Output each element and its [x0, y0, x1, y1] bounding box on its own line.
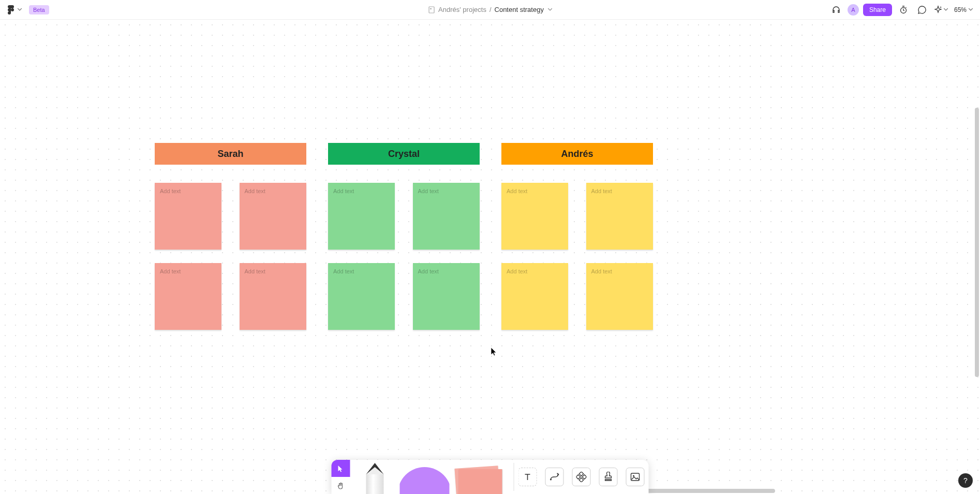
connector-icon: [550, 472, 560, 482]
sticky-note[interactable]: Add text: [501, 183, 568, 250]
svg-point-0: [11, 8, 14, 11]
stamp-tool[interactable]: [595, 460, 622, 494]
sticky-tool[interactable]: [450, 460, 514, 494]
sticky-placeholder: Add text: [418, 268, 439, 274]
svg-rect-7: [576, 475, 581, 479]
board-content: SarahAdd textAdd textAdd textAdd textCry…: [155, 143, 653, 330]
sticky-note[interactable]: Add text: [413, 263, 480, 330]
canvas[interactable]: SarahAdd textAdd textAdd textAdd textCry…: [0, 20, 980, 494]
text-icon: [523, 472, 532, 482]
section-tool[interactable]: [568, 460, 595, 494]
image-tool[interactable]: [622, 460, 649, 494]
pointer-icon: [337, 465, 345, 472]
zoom-control[interactable]: 65%: [952, 6, 975, 13]
help-button[interactable]: ?: [958, 473, 973, 488]
sticky-placeholder: Add text: [245, 268, 265, 274]
breadcrumb: Andrés' projects / Content strategy: [428, 6, 552, 13]
svg-rect-6: [579, 478, 583, 482]
sticky-placeholder: Add text: [333, 188, 354, 194]
sticky-note[interactable]: Add text: [155, 183, 221, 250]
pencil-tool[interactable]: [350, 460, 400, 494]
sticky-placeholder: Add text: [507, 188, 527, 194]
headphones-icon: [831, 5, 841, 14]
breadcrumb-parent[interactable]: Andrés' projects: [438, 6, 486, 13]
zoom-value: 65%: [954, 6, 967, 13]
sticky-note-icon: [456, 467, 501, 494]
file-menu-chevron-icon[interactable]: [548, 8, 552, 11]
figma-logo-icon: [7, 5, 14, 14]
sticky-note[interactable]: Add text: [586, 263, 653, 330]
ai-button[interactable]: [933, 3, 948, 17]
board-column: CrystalAdd textAdd textAdd textAdd text: [328, 143, 480, 330]
svg-rect-8: [582, 475, 586, 479]
sticky-note[interactable]: Add text: [501, 263, 568, 330]
beta-badge: Beta: [29, 5, 49, 14]
header-right: A Share 65%: [829, 3, 975, 17]
toolbar-pointer-group: [332, 460, 350, 494]
share-button[interactable]: Share: [863, 4, 892, 16]
svg-rect-9: [631, 473, 640, 481]
sticky-note[interactable]: Add text: [240, 263, 306, 330]
hand-tool[interactable]: [332, 477, 350, 494]
sticky-note[interactable]: Add text: [155, 263, 221, 330]
sticky-note[interactable]: Add text: [328, 183, 395, 250]
sticky-placeholder: Add text: [507, 268, 527, 274]
sticky-placeholder: Add text: [333, 268, 354, 274]
svg-rect-1: [429, 7, 434, 13]
shape-icon: [400, 467, 450, 494]
column-header[interactable]: Andrés: [501, 143, 653, 165]
sticky-note[interactable]: Add text: [240, 183, 306, 250]
main-menu-button[interactable]: [5, 3, 24, 17]
chevron-down-icon: [18, 8, 22, 11]
sticky-note[interactable]: Add text: [413, 183, 480, 250]
pencil-icon: [366, 463, 384, 494]
figjam-file-icon: [428, 6, 435, 13]
sticky-placeholder: Add text: [418, 188, 439, 194]
vertical-scrollbar[interactable]: [975, 108, 979, 377]
sticky-grid: Add textAdd textAdd textAdd text: [155, 183, 306, 330]
image-icon: [630, 472, 641, 482]
bottom-toolbar: [332, 460, 649, 494]
select-tool[interactable]: [332, 460, 350, 477]
avatar[interactable]: A: [848, 4, 859, 16]
timer-button[interactable]: [896, 3, 911, 17]
sticky-grid: Add textAdd textAdd textAdd text: [501, 183, 653, 330]
cursor-icon: [491, 347, 498, 356]
sticky-grid: Add textAdd textAdd textAdd text: [328, 183, 480, 330]
sticky-placeholder: Add text: [160, 268, 181, 274]
file-name[interactable]: Content strategy: [495, 6, 544, 13]
svg-rect-2: [430, 8, 432, 9]
sticky-note[interactable]: Add text: [328, 263, 395, 330]
timer-icon: [899, 5, 908, 14]
shape-tool[interactable]: [400, 460, 450, 494]
sticky-placeholder: Add text: [160, 188, 181, 194]
hand-icon: [337, 482, 345, 489]
diamond-grid-icon: [576, 472, 587, 482]
sparkle-icon: [933, 5, 943, 14]
column-header[interactable]: Sarah: [155, 143, 306, 165]
comments-button[interactable]: [915, 3, 929, 17]
stamp-icon: [603, 472, 614, 482]
sticky-note[interactable]: Add text: [586, 183, 653, 250]
comment-icon: [917, 5, 927, 14]
svg-point-10: [633, 475, 634, 477]
connector-tool[interactable]: [541, 460, 568, 494]
column-header[interactable]: Crystal: [328, 143, 480, 165]
svg-point-4: [550, 479, 552, 481]
sticky-placeholder: Add text: [245, 188, 265, 194]
sticky-placeholder: Add text: [591, 268, 612, 274]
chevron-down-icon: [969, 8, 973, 11]
svg-rect-5: [579, 472, 583, 476]
board-column: SarahAdd textAdd textAdd textAdd text: [155, 143, 306, 330]
text-tool[interactable]: [514, 460, 541, 494]
audio-button[interactable]: [829, 3, 843, 17]
breadcrumb-separator: /: [489, 6, 492, 13]
header: Beta Andrés' projects / Content strategy…: [0, 0, 980, 20]
header-left: Beta: [5, 3, 49, 17]
sticky-placeholder: Add text: [591, 188, 612, 194]
chevron-down-icon: [944, 8, 948, 11]
board-column: AndrésAdd textAdd textAdd textAdd text: [501, 143, 653, 330]
